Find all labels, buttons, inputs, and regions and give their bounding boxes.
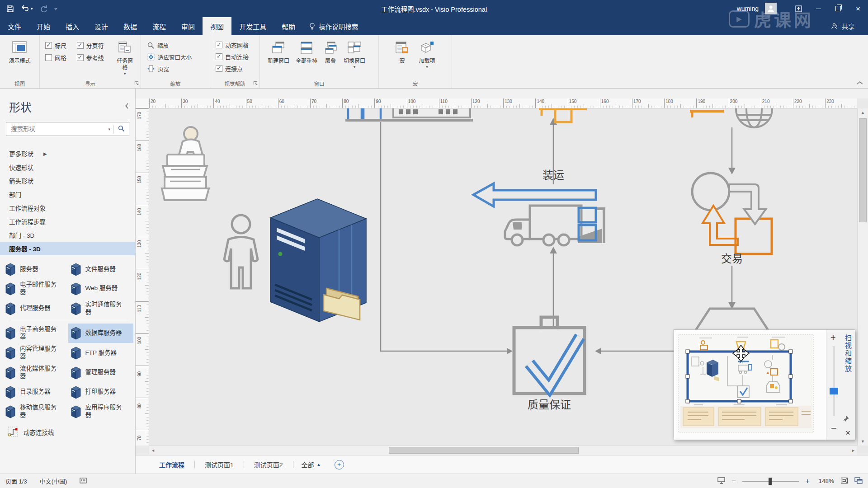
tell-me-search[interactable]: 操作说明搜索 (303, 17, 364, 35)
language-indicator[interactable]: 中文(中国) (40, 477, 67, 485)
checkbox-ruler-box[interactable] (45, 42, 52, 49)
tab-help[interactable]: 帮助 (274, 17, 303, 35)
zoom-in-button[interactable]: + (805, 477, 810, 485)
person-shape[interactable] (224, 215, 258, 288)
page-tab-test2[interactable]: 测试页面2 (244, 455, 293, 474)
fit-page-icon[interactable] (840, 477, 848, 485)
collapse-ribbon-icon[interactable] (856, 80, 863, 86)
stencil-department-3d[interactable]: 部门 - 3D (0, 228, 135, 242)
page-indicator[interactable]: 页面 1/3 (5, 477, 27, 485)
tab-file[interactable]: 文件 (0, 17, 29, 35)
tab-home[interactable]: 开始 (29, 17, 58, 35)
stencil-workflow-objects[interactable]: 工作流程对象 (0, 201, 135, 215)
shape-item-web-server[interactable]: Web 服务器 (68, 279, 134, 299)
scroll-down-icon[interactable]: ▼ (858, 439, 868, 444)
scroll-up-icon[interactable]: ▲ (858, 110, 868, 115)
pin-icon[interactable] (843, 415, 849, 423)
top-orange-shape[interactable] (690, 111, 724, 117)
stencil-department[interactable]: 部门 (0, 188, 135, 201)
tab-view[interactable]: 视图 (203, 17, 231, 35)
restore-button[interactable] (828, 0, 848, 17)
ribbon-display-options-button[interactable] (788, 0, 808, 17)
checkbox-guides-box[interactable] (77, 54, 84, 61)
vertical-scroll-thumb[interactable] (859, 118, 867, 222)
pan-zoom-slider-thumb[interactable] (830, 388, 838, 394)
zoom-out-icon[interactable]: − (831, 423, 837, 433)
page-width-button[interactable]: 页宽 (147, 63, 192, 75)
shape-item-server[interactable]: 服务器 (3, 260, 68, 279)
zoom-button[interactable]: 缩放 (147, 39, 192, 51)
minimize-button[interactable] (808, 0, 828, 17)
stencil-more-shapes[interactable]: 更多形状▶ (0, 147, 135, 160)
add-page-button[interactable]: + (335, 460, 344, 469)
collapse-panel-icon[interactable] (125, 103, 129, 110)
arrange-all-button[interactable]: 全部重排 (292, 38, 321, 65)
zoom-slider[interactable] (742, 481, 799, 482)
checkbox-dynamic-grid-box[interactable] (216, 42, 222, 48)
search-dropdown-icon[interactable]: ▾ (105, 125, 114, 133)
avatar[interactable] (765, 3, 777, 14)
transaction-square-shape[interactable] (736, 219, 772, 254)
checkbox-autoconnect-box[interactable] (216, 53, 222, 60)
all-pages-button[interactable]: 全部▲ (302, 460, 321, 469)
switch-windows-button[interactable]: 切换窗口 ▾ (340, 38, 368, 70)
undo-dropdown-icon[interactable]: ▾ (31, 6, 33, 11)
tab-process[interactable]: 流程 (145, 17, 174, 35)
tab-data[interactable]: 数据 (116, 17, 145, 35)
checkbox-connection-points[interactable]: 连接点 (216, 64, 249, 72)
checkbox-autoconnect[interactable]: 自动连接 (216, 52, 249, 61)
stencil-arrow-shapes[interactable]: 箭头形状 (0, 174, 135, 188)
shape-item-email-server[interactable]: 电子邮件服务器 (3, 279, 68, 299)
zoom-out-button[interactable]: − (731, 477, 736, 485)
switch-windows-status-icon[interactable] (854, 477, 863, 485)
task-panes-dropdown-icon[interactable]: ▾ (124, 71, 126, 76)
shape-item-management-server[interactable]: 管理服务器 (68, 363, 134, 383)
top-cart-shape[interactable] (539, 109, 587, 122)
close-button[interactable]: × (848, 0, 868, 17)
new-window-button[interactable]: 新建窗口 (264, 38, 292, 65)
stencil-servers-3d[interactable]: 服务器 - 3D (0, 242, 135, 255)
pan-zoom-slider-track[interactable] (833, 346, 835, 416)
transaction-circle-shape[interactable] (692, 173, 729, 210)
shape-item-content-mgmt-server[interactable]: 内容管理服务器 (3, 343, 68, 363)
undo-button[interactable]: ▾ (21, 5, 33, 12)
zoom-slider-thumb[interactable] (769, 478, 772, 485)
zoom-percentage[interactable]: 148% (816, 478, 834, 484)
shape-item-proxy-server[interactable]: 代理服务器 (3, 299, 68, 319)
globe-shape[interactable] (736, 108, 772, 127)
switch-windows-dropdown-icon[interactable]: ▾ (354, 65, 356, 70)
checkbox-grid[interactable]: 网格 (45, 53, 72, 61)
shape-item-database-server[interactable]: 数据库服务器 (68, 324, 134, 343)
cascade-button[interactable]: 层叠 (321, 38, 340, 65)
checkbox-dynamic-grid[interactable]: 动态网格 (216, 41, 249, 49)
presentation-view-icon[interactable] (717, 477, 725, 485)
dynamic-connector-item[interactable]: 动态连接线 (7, 426, 135, 438)
fit-to-window-button[interactable]: 适应窗口大小 (147, 51, 192, 63)
stencil-workflow-steps[interactable]: 工作流程步骤 (0, 215, 135, 228)
checkbox-page-breaks-box[interactable] (77, 42, 84, 49)
checkbox-ruler[interactable]: 标尺 (45, 41, 72, 49)
tab-insert[interactable]: 插入 (58, 17, 87, 35)
addins-button[interactable]: 加载项 ▾ (415, 38, 438, 70)
person-at-copier-shape[interactable] (162, 127, 209, 200)
search-magnifier-icon[interactable] (114, 125, 129, 133)
shape-item-realtime-comm-server[interactable]: 实时通信服务器 (68, 299, 134, 319)
page-tab-test1[interactable]: 测试页面1 (195, 455, 244, 474)
shape-item-file-server[interactable]: 文件服务器 (68, 260, 134, 279)
qat-customize-icon[interactable]: ▿ (55, 6, 57, 11)
shipping-arrow-shape[interactable] (473, 183, 596, 206)
vertical-scrollbar[interactable]: ▲ ▼ (857, 108, 868, 446)
addins-dropdown-icon[interactable]: ▾ (426, 65, 428, 70)
pan-zoom-minimap[interactable] (674, 330, 826, 440)
checkbox-connection-points-box[interactable] (216, 65, 222, 72)
tab-design[interactable]: 设计 (87, 17, 116, 35)
horizontal-scrollbar[interactable]: ◄ ► (149, 446, 857, 455)
shape-search-box[interactable]: ▾ (6, 122, 129, 136)
shape-item-streaming-media-server[interactable]: 流化媒体服务器 (3, 363, 68, 383)
task-panes-button[interactable]: 任务窗格 ▾ (112, 38, 138, 76)
checkbox-guides[interactable]: 参考线 (77, 53, 110, 61)
shape-item-ecommerce-server[interactable]: 电子商务服务器 (3, 324, 68, 343)
pan-zoom-close-icon[interactable]: × (845, 428, 850, 437)
shape-item-mobile-info-server[interactable]: 移动信息服务器 (3, 402, 68, 422)
shape-item-directory-server[interactable]: 目录服务器 (3, 383, 68, 402)
